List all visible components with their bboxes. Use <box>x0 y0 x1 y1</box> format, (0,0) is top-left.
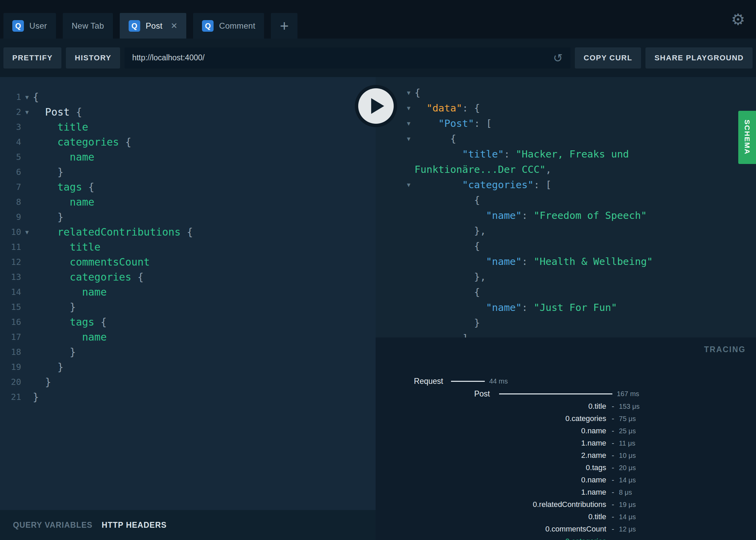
line-number: 9 <box>0 210 21 225</box>
fold-gutter <box>21 120 33 135</box>
response-line: ▼ { <box>376 131 756 147</box>
tracing-resolver-row: 0.relatedContributions-19 μs <box>376 498 756 511</box>
line-number: 1 <box>0 90 21 105</box>
code-line: 13 categories { <box>0 270 376 285</box>
fold-gutter <box>21 135 33 150</box>
tab-bar: QUserNew TabQPost✕QComment+ ⚙ <box>0 0 756 39</box>
prettify-button[interactable]: PRETTIFY <box>3 47 61 69</box>
fold-gutter <box>376 331 415 338</box>
tracing-resolver-label: 0.tags <box>376 463 606 472</box>
query-variables-tab[interactable]: QUERY VARIABLES <box>13 521 92 530</box>
execute-query-button[interactable] <box>355 85 397 127</box>
line-number: 19 <box>0 360 21 375</box>
copy-curl-button[interactable]: COPY CURL <box>575 47 641 69</box>
code-line: 15 } <box>0 300 376 315</box>
response-text: "data": { <box>415 101 480 116</box>
tracing-resolver-duration: 19 μs <box>619 501 636 509</box>
endpoint-url-bar: ↺ <box>125 47 570 69</box>
response-line: Funktionäre...Der CCC", <box>376 162 756 177</box>
fold-toggle-icon[interactable]: ▼ <box>376 177 415 193</box>
fold-gutter <box>376 300 415 315</box>
fold-gutter <box>376 269 415 285</box>
fold-gutter <box>376 239 415 254</box>
http-headers-tab[interactable]: HTTP HEADERS <box>102 521 167 530</box>
line-number: 2 <box>0 105 21 120</box>
tracing-resolver-label: 0.name <box>376 426 606 435</box>
query-editor-pane[interactable]: 1▼{2▼ Post {3 title4 categories {5 name6… <box>0 77 376 510</box>
response-line: }, <box>376 269 756 285</box>
new-tab-button[interactable]: + <box>271 13 297 39</box>
response-text: "name": "Freedom of Speech" <box>415 208 647 223</box>
fold-gutter <box>21 195 33 210</box>
response-text: Funktionäre...Der CCC", <box>415 162 552 177</box>
play-icon <box>371 98 384 114</box>
line-number: 8 <box>0 195 21 210</box>
tracing-dash: - <box>612 426 614 435</box>
fold-gutter <box>376 285 415 300</box>
fold-gutter <box>21 300 33 315</box>
fold-toggle-icon[interactable]: ▼ <box>21 105 33 120</box>
code-text: name <box>33 285 107 300</box>
tracing-resolver-duration: 25 μs <box>619 427 636 435</box>
fold-toggle-icon[interactable]: ▼ <box>21 225 33 240</box>
code-text: { <box>33 90 39 105</box>
code-line: 1▼{ <box>0 90 376 105</box>
response-line: "title": "Hacker, Freaks und <box>376 147 756 162</box>
fold-gutter <box>21 240 33 255</box>
tracing-resolver-label: 2.name <box>376 451 606 460</box>
code-line: 3 title <box>0 120 376 135</box>
fold-gutter <box>376 147 415 162</box>
code-text: name <box>33 330 107 345</box>
history-button[interactable]: HISTORY <box>66 47 120 69</box>
fold-gutter <box>21 270 33 285</box>
response-text: { <box>415 85 420 101</box>
line-number: 16 <box>0 315 21 330</box>
tracing-dash: - <box>612 525 614 534</box>
tracing-resolver-row: 0.name-25 μs <box>376 425 756 437</box>
line-number: 4 <box>0 135 21 150</box>
fold-toggle-icon[interactable]: ▼ <box>21 90 33 105</box>
response-text: { <box>415 131 456 147</box>
tracing-resolver-row: 2.name-10 μs <box>376 449 756 462</box>
code-text: commentsCount <box>33 255 150 270</box>
tracing-resolver-label: 0.categories <box>376 537 606 540</box>
line-number: 3 <box>0 120 21 135</box>
close-tab-icon[interactable]: ✕ <box>171 21 177 31</box>
query-tab-icon: Q <box>129 20 140 32</box>
code-text: title <box>33 240 101 255</box>
tracing-dash: - <box>612 500 614 509</box>
tab-post[interactable]: QPost✕ <box>120 13 186 39</box>
fold-gutter <box>21 180 33 195</box>
response-line: "name": "Freedom of Speech" <box>376 208 756 223</box>
code-text: } <box>33 375 51 390</box>
endpoint-url-input[interactable] <box>132 53 548 62</box>
response-text: "categories": [ <box>415 177 552 193</box>
tab-user[interactable]: QUser <box>3 13 56 39</box>
tracing-resolver-row: 0.name-14 μs <box>376 474 756 486</box>
fold-toggle-icon[interactable]: ▼ <box>376 131 415 147</box>
graphql-playground: QUserNew TabQPost✕QComment+ ⚙ PRETTIFY H… <box>0 0 756 540</box>
share-playground-button[interactable]: SHARE PLAYGROUND <box>645 47 753 69</box>
code-text: categories { <box>33 135 131 150</box>
response-text: { <box>415 193 480 208</box>
code-line: 12 commentsCount <box>0 255 376 270</box>
tracing-resolver-duration: 153 μs <box>619 403 639 410</box>
tracing-request-bar <box>451 381 485 382</box>
schema-tab[interactable]: SCHEMA <box>738 111 756 164</box>
code-line: 5 name <box>0 150 376 165</box>
tracing-resolver-row: 0.tags-20 μs <box>376 462 756 474</box>
refresh-schema-icon[interactable]: ↺ <box>553 51 563 65</box>
line-number: 5 <box>0 150 21 165</box>
response-text: { <box>415 285 480 300</box>
code-text: name <box>33 195 94 210</box>
settings-gear-icon[interactable]: ⚙ <box>731 0 745 39</box>
tracing-resolver-label: 0.name <box>376 476 606 484</box>
tracing-dash: - <box>612 463 614 472</box>
response-line: }, <box>376 223 756 239</box>
code-text: } <box>33 360 63 375</box>
query-tab-icon: Q <box>12 20 24 32</box>
tab-comment[interactable]: QComment <box>193 13 264 39</box>
tracing-dash: - <box>612 414 614 423</box>
tab-new-tab[interactable]: New Tab <box>63 13 113 39</box>
code-line: 8 name <box>0 195 376 210</box>
